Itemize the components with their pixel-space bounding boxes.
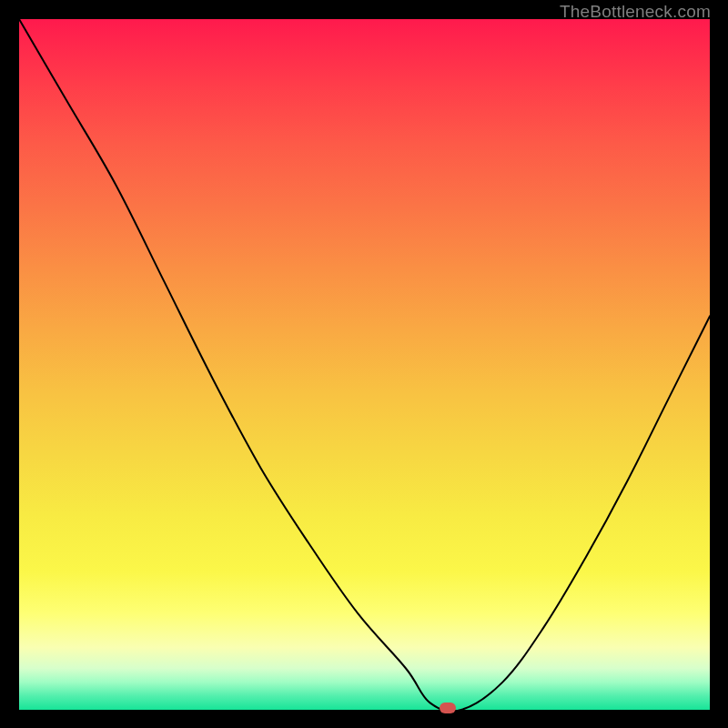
- minimum-marker: [440, 703, 456, 713]
- curve-path: [19, 19, 710, 710]
- watermark-text: TheBottleneck.com: [560, 2, 711, 22]
- chart-frame: TheBottleneck.com: [0, 0, 728, 728]
- bottleneck-curve: [19, 19, 710, 710]
- plot-area: [19, 19, 710, 710]
